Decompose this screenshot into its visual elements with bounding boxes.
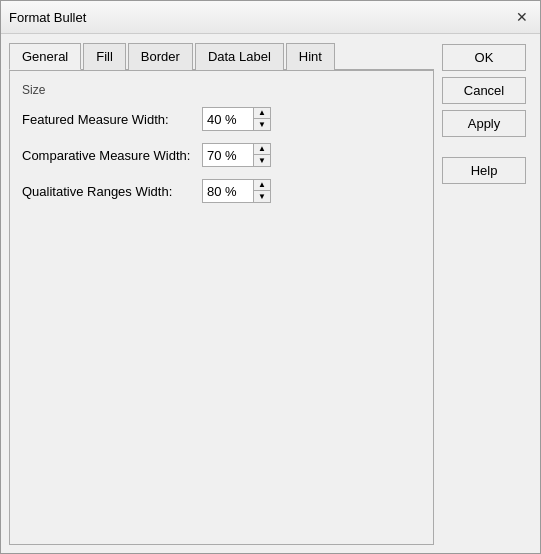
format-bullet-dialog: Format Bullet ✕ General Fill Border Data… (0, 0, 541, 554)
dialog-title: Format Bullet (9, 10, 86, 25)
comparative-measure-spinner-buttons: ▲ ▼ (253, 144, 270, 166)
tab-data-label[interactable]: Data Label (195, 43, 284, 70)
ok-button[interactable]: OK (442, 44, 526, 71)
apply-button[interactable]: Apply (442, 110, 526, 137)
close-button[interactable]: ✕ (512, 7, 532, 27)
qualitative-ranges-down-button[interactable]: ▼ (254, 191, 270, 202)
cancel-button[interactable]: Cancel (442, 77, 526, 104)
qualitative-ranges-spinner: ▲ ▼ (202, 179, 271, 203)
qualitative-ranges-input[interactable] (203, 182, 253, 201)
tab-bar: General Fill Border Data Label Hint (9, 42, 434, 70)
help-button[interactable]: Help (442, 157, 526, 184)
qualitative-ranges-up-button[interactable]: ▲ (254, 180, 270, 191)
section-size-label: Size (22, 83, 421, 97)
tab-border[interactable]: Border (128, 43, 193, 70)
comparative-measure-input[interactable] (203, 146, 253, 165)
qualitative-ranges-spinner-buttons: ▲ ▼ (253, 180, 270, 202)
left-panel: General Fill Border Data Label Hint Size… (9, 42, 434, 545)
featured-measure-down-button[interactable]: ▼ (254, 119, 270, 130)
comparative-measure-label: Comparative Measure Width: (22, 148, 202, 163)
title-bar: Format Bullet ✕ (1, 1, 540, 34)
tab-general[interactable]: General (9, 43, 81, 70)
comparative-measure-up-button[interactable]: ▲ (254, 144, 270, 155)
tab-fill[interactable]: Fill (83, 43, 126, 70)
dialog-body: General Fill Border Data Label Hint Size… (1, 34, 540, 553)
button-separator (442, 143, 532, 151)
tab-content-general: Size Featured Measure Width: ▲ ▼ Compara… (9, 70, 434, 545)
right-panel: OK Cancel Apply Help (442, 42, 532, 545)
qualitative-ranges-label: Qualitative Ranges Width: (22, 184, 202, 199)
featured-measure-spinner-buttons: ▲ ▼ (253, 108, 270, 130)
featured-measure-label: Featured Measure Width: (22, 112, 202, 127)
featured-measure-group: Featured Measure Width: ▲ ▼ (22, 107, 421, 131)
comparative-measure-down-button[interactable]: ▼ (254, 155, 270, 166)
featured-measure-input[interactable] (203, 110, 253, 129)
tab-hint[interactable]: Hint (286, 43, 335, 70)
featured-measure-up-button[interactable]: ▲ (254, 108, 270, 119)
comparative-measure-spinner: ▲ ▼ (202, 143, 271, 167)
qualitative-ranges-group: Qualitative Ranges Width: ▲ ▼ (22, 179, 421, 203)
featured-measure-spinner: ▲ ▼ (202, 107, 271, 131)
comparative-measure-group: Comparative Measure Width: ▲ ▼ (22, 143, 421, 167)
